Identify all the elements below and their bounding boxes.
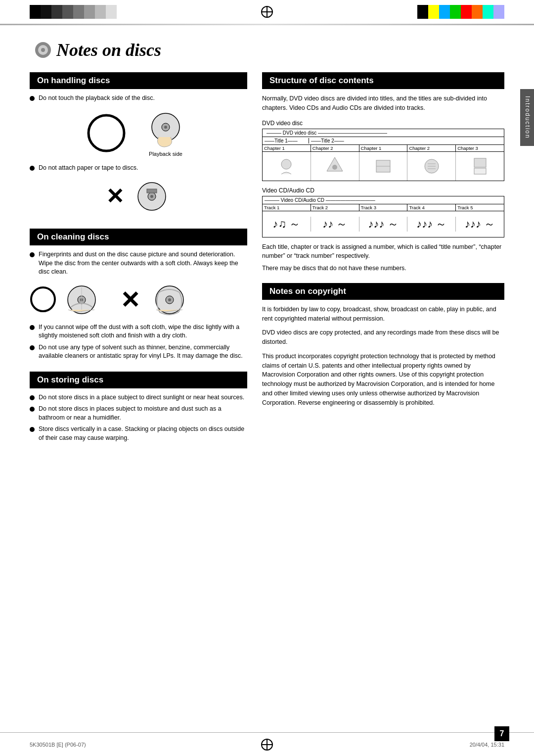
storing-bullet3: Store discs vertically in a case. Stacki…: [30, 425, 247, 442]
crosshair-icon: [262, 7, 272, 17]
left-column: On handling discs Do not touch the playb…: [30, 72, 247, 445]
svg-rect-25: [474, 158, 486, 167]
top-bar-right: [376, 0, 534, 24]
clean-ok-disc: [61, 283, 103, 317]
svg-point-6: [164, 126, 167, 129]
bullet-dot: [30, 395, 35, 400]
top-bar: [0, 0, 534, 24]
dvd-cell-3: [359, 152, 408, 181]
handling-header: On handling discs: [30, 72, 247, 89]
dvd-disc-label: ——— DVD video disc ——————————————: [265, 130, 502, 136]
chapter5-label: Chapter 3: [456, 145, 504, 151]
storing-header: On storing discs: [30, 372, 247, 388]
cleaning-bullet3: Do not use any type of solvent such as t…: [30, 343, 247, 361]
handling-bullet2: Do not attach paper or tape to discs.: [30, 164, 247, 173]
color-registration-squares: [417, 5, 504, 19]
chapter3-label: Chapter 1: [359, 145, 408, 151]
no-tape-illustration: ✕: [30, 179, 247, 214]
dvd-cell-4: [407, 152, 456, 181]
dvd-diagram-title: DVD video disc: [262, 120, 504, 127]
footer-right: 20/4/04, 15:31: [346, 742, 534, 748]
dvd-diagram: DVD video disc ——— DVD video disc ——————…: [262, 120, 504, 181]
playback-side-label: Playback side: [141, 151, 190, 157]
bullet-dot: [30, 252, 35, 257]
dvd-cell-1: [263, 152, 311, 181]
copyright-text3: This product incorporates copyright prot…: [262, 352, 504, 408]
disc-hand-svg: [141, 110, 190, 149]
tape-disc-svg: [132, 179, 172, 214]
dvd-cell-2: [311, 152, 359, 181]
right-column: Structure of disc contents Normally, DVD…: [262, 72, 504, 445]
x-mark-icon: ✕: [106, 186, 124, 207]
copyright-header: Notes on copyright: [262, 283, 504, 300]
bottom-crosshair-icon: [262, 740, 272, 750]
page-title-area: Notes on discs: [30, 40, 504, 60]
bullet-dot: [30, 96, 35, 101]
track3-label: Track 3: [359, 204, 408, 211]
svg-point-2: [41, 48, 45, 52]
footer-left: 5K30501B [E] (P06-07): [0, 742, 188, 748]
chapter1-label: Chapter 1: [263, 145, 311, 151]
chapter2-label: Chapter 2: [311, 145, 359, 151]
sidebar-introduction-tab: Introduction: [520, 89, 534, 146]
cleaning-section: On cleaning discs Fingerprints and dust …: [30, 229, 247, 361]
clean-no-disc: [149, 283, 191, 317]
clean-ok: [30, 283, 103, 317]
svg-point-3: [89, 115, 124, 151]
structure-desc1: Each title, chapter or track is assigned…: [262, 242, 504, 261]
svg-rect-26: [474, 168, 486, 174]
disc-hand-illustration: Playback side: [141, 110, 190, 157]
vcd-cell-3: ♪♪♪ ～: [359, 217, 408, 232]
copyright-text2: DVD video discs are copy protected, and …: [262, 328, 504, 347]
title2-label: ——Title 2——: [311, 138, 502, 143]
svg-rect-10: [147, 189, 157, 193]
bullet-dot: [30, 427, 35, 432]
page-number-box: 7: [494, 726, 509, 741]
structure-header: Structure of disc contents: [262, 72, 504, 89]
cleaning-header: On cleaning discs: [30, 229, 247, 245]
track2-label: Track 2: [311, 204, 359, 211]
copyright-section: Notes on copyright It is forbidden by la…: [262, 283, 504, 408]
bullet-dot: [30, 345, 35, 350]
vcd-cell-4: ♪♪♪ ～: [407, 217, 456, 232]
structure-section: Structure of disc contents Normally, DVD…: [262, 72, 504, 273]
bullet-dot: [30, 166, 35, 171]
title-icon: [35, 42, 51, 58]
svg-point-20: [281, 159, 291, 169]
chapter4-label: Chapter 2: [407, 145, 456, 151]
footer-center: [188, 740, 346, 750]
track4-label: Track 4: [407, 204, 456, 211]
top-line: [0, 24, 534, 25]
clean-ok-circle: [30, 286, 57, 313]
svg-text:✕: ✕: [120, 287, 140, 313]
cleaning-illustration: ✕: [30, 283, 247, 317]
handling-illustration: Playback side: [30, 110, 247, 157]
svg-point-11: [31, 287, 55, 311]
storing-bullet2: Do not store discs in places subject to …: [30, 405, 247, 422]
svg-point-19: [168, 298, 171, 301]
svg-point-21: [332, 165, 337, 170]
vcd-disc-header: ——— Video CD/Audio CD ——————————: [265, 197, 375, 203]
disc-ok: [87, 113, 126, 153]
clean-no-x: ✕: [118, 286, 145, 313]
storing-section: On storing discs Do not store discs in a…: [30, 372, 247, 443]
vcd-cell-5: ♪♪♪ ～: [456, 217, 504, 232]
bullet-dot: [30, 325, 35, 330]
vcd-diagram: Video CD/Audio CD ——— Video CD/Audio CD …: [262, 187, 504, 237]
top-bar-center: [158, 7, 376, 17]
bullet-dot: [30, 407, 35, 412]
title1-label: ——Title 1——: [265, 138, 309, 143]
vcd-diagram-title: Video CD/Audio CD: [262, 187, 504, 194]
top-bar-left: [0, 0, 158, 24]
main-content: Notes on discs On handling discs Do not …: [30, 40, 504, 716]
page-title-text: Notes on discs: [56, 40, 161, 60]
structure-desc2: There may be discs that do not have thes…: [262, 264, 504, 273]
svg-point-9: [150, 195, 153, 198]
track1-label: Track 1: [263, 204, 311, 211]
dvd-cell-5: [456, 152, 504, 181]
vcd-cell-2: ♪♪ ～: [311, 217, 359, 232]
structure-intro: Normally, DVD video discs are divided in…: [262, 94, 504, 113]
ok-circle-icon: [87, 113, 126, 153]
storing-bullet1: Do not store discs in a place subject to…: [30, 393, 247, 402]
registration-squares: [30, 5, 117, 19]
